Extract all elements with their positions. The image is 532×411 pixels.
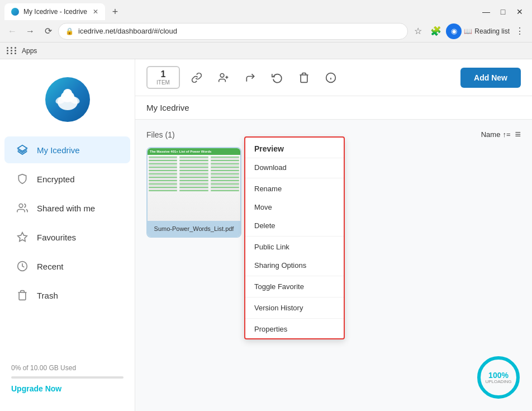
info-button[interactable]: [321, 68, 341, 88]
context-menu-move[interactable]: Move: [245, 198, 344, 216]
people-icon: [16, 201, 29, 215]
context-menu-properties[interactable]: Properties: [245, 320, 344, 338]
context-menu-delete[interactable]: Delete: [245, 216, 344, 235]
svg-point-6: [19, 204, 23, 208]
ctx-divider-5: [245, 318, 344, 319]
pdf-col-2: [178, 155, 209, 221]
delete-button[interactable]: [294, 68, 314, 88]
add-new-button[interactable]: Add New: [460, 68, 521, 88]
extensions-icon[interactable]: 🧩: [428, 23, 444, 39]
context-menu-sharing-options[interactable]: Sharing Options: [245, 256, 344, 275]
pdf-header-bar: The Massive 401+ List of Power Words: [148, 148, 240, 155]
main-content: 1 ITEM: [135, 59, 532, 411]
apps-label: Apps: [22, 47, 37, 55]
context-menu-public-link[interactable]: Public Link: [245, 238, 344, 256]
reading-list-label: Reading list: [474, 27, 510, 35]
logo-area: [0, 68, 135, 131]
bookmark-icon[interactable]: ☆: [410, 23, 426, 39]
tab-close-btn[interactable]: ✕: [93, 8, 98, 16]
app-container: My Icedrive Encrypted Shared with me: [0, 59, 532, 411]
view-toggle-button[interactable]: ≡: [515, 129, 521, 140]
upload-progress: 100% UPLOADING: [476, 355, 521, 400]
sidebar-item-my-icedrive-label: My Icedrive: [37, 145, 80, 155]
title-bar: My Icedrive - Icedrive ✕ + — □ ✕: [0, 0, 532, 20]
sidebar-item-favourites[interactable]: Favourites: [4, 224, 130, 251]
sidebar-item-trash-label: Trash: [37, 291, 58, 300]
pdf-preview: The Massive 401+ List of Power Words: [148, 148, 240, 221]
sidebar: My Icedrive Encrypted Shared with me: [0, 59, 135, 411]
svg-point-9: [220, 73, 224, 77]
sidebar-item-recent-label: Recent: [37, 262, 64, 271]
sidebar-item-encrypted[interactable]: Encrypted: [4, 166, 130, 192]
browser-menu-button[interactable]: ⋮: [512, 23, 528, 39]
minimize-button[interactable]: —: [478, 4, 494, 20]
close-button[interactable]: ✕: [512, 4, 528, 20]
storage-bar: [11, 376, 124, 379]
address-bar[interactable]: 🔒 icedrive.net/dashboard/#/cloud: [58, 23, 408, 40]
context-menu-rename[interactable]: Rename: [245, 179, 344, 198]
storage-text: 0% of 10.00 GB Used: [11, 364, 124, 372]
history-button[interactable]: [267, 68, 287, 88]
star-icon: [16, 230, 29, 244]
progress-text: 100% UPLOADING: [485, 371, 511, 384]
file-name: Sumo-Power_Words_List.pdf: [148, 221, 240, 237]
forward-share-button[interactable]: [240, 68, 260, 88]
sidebar-item-encrypted-label: Encrypted: [37, 174, 75, 184]
logo-bird-icon: [54, 86, 82, 114]
url-text: icedrive.net/dashboard/#/cloud: [78, 27, 401, 35]
reload-button[interactable]: ⟳: [40, 23, 56, 39]
book-icon: 📖: [464, 27, 472, 35]
files-count: 1: [168, 130, 172, 139]
file-card[interactable]: The Massive 401+ List of Power Words: [146, 147, 241, 238]
upgrade-button[interactable]: Upgrade Now: [11, 384, 124, 393]
breadcrumb: My Icedrive: [135, 96, 532, 120]
ctx-divider-3: [245, 276, 344, 276]
sort-label: Name: [481, 130, 501, 139]
shield-icon: [16, 172, 29, 186]
clock-icon: [16, 259, 29, 273]
tab-favicon: [11, 8, 19, 16]
context-menu-header: Preview: [245, 138, 344, 158]
maximize-button[interactable]: □: [495, 4, 511, 20]
logo: [45, 77, 90, 122]
context-menu-version-history[interactable]: Version History: [245, 299, 344, 317]
context-menu-toggle-favorite[interactable]: Toggle Favorite: [245, 277, 344, 296]
storage-area: 0% of 10.00 GB Used Upgrade Now: [0, 355, 135, 402]
files-sort: Name ↑= ≡: [481, 129, 521, 140]
sidebar-item-shared-label: Shared with me: [37, 204, 95, 213]
apps-grid-icon: [7, 47, 17, 54]
svg-point-2: [63, 89, 72, 98]
ctx-divider-4: [245, 297, 344, 297]
svg-marker-7: [18, 233, 27, 242]
forward-button[interactable]: →: [22, 23, 38, 39]
toolbar: 1 ITEM: [135, 59, 532, 96]
sidebar-item-favourites-label: Favourites: [37, 233, 76, 242]
pdf-content: [148, 155, 240, 221]
context-menu-download[interactable]: Download: [245, 158, 344, 177]
item-count-number: 1: [161, 69, 166, 79]
ctx-divider-2: [245, 236, 344, 237]
sort-button[interactable]: Name ↑=: [481, 130, 511, 139]
sidebar-item-shared[interactable]: Shared with me: [4, 195, 130, 221]
share-button[interactable]: [213, 68, 234, 88]
files-title-close: ): [172, 130, 175, 139]
browser-tab[interactable]: My Icedrive - Icedrive ✕: [4, 3, 105, 20]
profile-button[interactable]: ◉: [446, 23, 462, 39]
sidebar-item-trash[interactable]: Trash: [4, 282, 130, 309]
nav-bar: ← → ⟳ 🔒 icedrive.net/dashboard/#/cloud ☆…: [0, 20, 532, 42]
pdf-col-3: [210, 155, 240, 221]
apps-button[interactable]: Apps: [7, 47, 37, 55]
ctx-divider-1: [245, 178, 344, 178]
lock-icon: 🔒: [65, 27, 74, 35]
sidebar-item-my-icedrive[interactable]: My Icedrive: [4, 136, 130, 163]
files-area: Files (1) Name ↑= ≡ The Massive 401+ Lis…: [135, 120, 532, 411]
file-thumbnail: The Massive 401+ List of Power Words: [148, 148, 240, 221]
link-button[interactable]: [187, 68, 207, 88]
sidebar-item-recent[interactable]: Recent: [4, 253, 130, 280]
trash-icon: [16, 289, 29, 302]
back-button[interactable]: ←: [4, 23, 20, 39]
tab-title: My Icedrive - Icedrive: [23, 8, 88, 16]
sort-icon: ↑=: [502, 130, 510, 139]
new-tab-button[interactable]: +: [107, 4, 123, 20]
reading-list-area[interactable]: 📖 Reading list: [464, 27, 510, 35]
